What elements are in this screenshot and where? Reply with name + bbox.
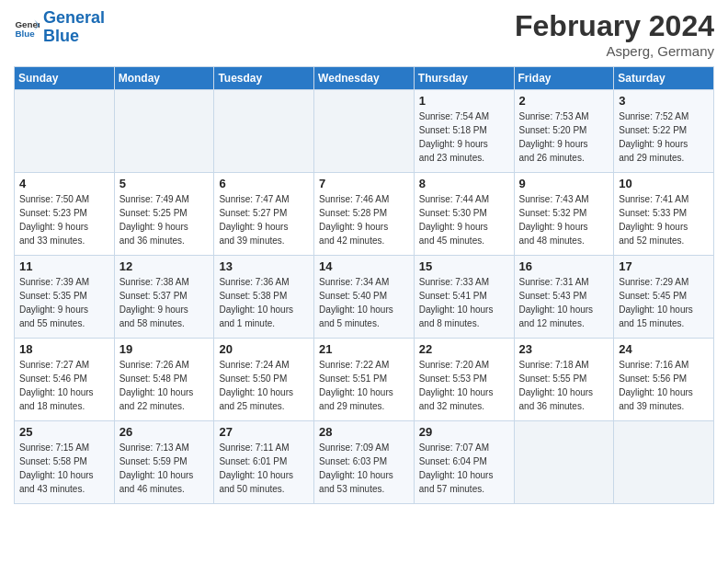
calendar-cell: 23Sunrise: 7:18 AM Sunset: 5:55 PM Dayli… (514, 339, 614, 421)
day-info: Sunrise: 7:24 AM Sunset: 5:50 PM Dayligh… (219, 358, 309, 413)
day-info: Sunrise: 7:09 AM Sunset: 6:03 PM Dayligh… (319, 441, 409, 496)
day-number: 12 (119, 259, 210, 273)
calendar-cell: 19Sunrise: 7:26 AM Sunset: 5:48 PM Dayli… (114, 339, 214, 421)
day-info: Sunrise: 7:29 AM Sunset: 5:45 PM Dayligh… (619, 275, 709, 330)
page-header: General Blue General Blue February 2024 … (14, 9, 714, 59)
day-info: Sunrise: 7:44 AM Sunset: 5:30 PM Dayligh… (419, 192, 509, 247)
day-info: Sunrise: 7:54 AM Sunset: 5:18 PM Dayligh… (419, 109, 509, 165)
day-info: Sunrise: 7:31 AM Sunset: 5:43 PM Dayligh… (519, 275, 609, 330)
day-number: 21 (319, 342, 409, 356)
day-number: 9 (519, 177, 609, 190)
calendar-cell: 14Sunrise: 7:34 AM Sunset: 5:40 PM Dayli… (314, 256, 415, 339)
day-info: Sunrise: 7:34 AM Sunset: 5:40 PM Dayligh… (319, 275, 409, 330)
day-number: 15 (419, 259, 509, 273)
day-info: Sunrise: 7:26 AM Sunset: 5:48 PM Dayligh… (119, 358, 210, 413)
calendar-cell: 27Sunrise: 7:11 AM Sunset: 6:01 PM Dayli… (214, 421, 314, 504)
calendar-cell: 2Sunrise: 7:53 AM Sunset: 5:20 PM Daylig… (514, 90, 614, 173)
day-info: Sunrise: 7:15 AM Sunset: 5:58 PM Dayligh… (19, 441, 109, 496)
day-info: Sunrise: 7:52 AM Sunset: 5:22 PM Dayligh… (619, 109, 709, 165)
day-number: 19 (119, 342, 210, 356)
day-number: 7 (319, 177, 409, 190)
calendar-cell: 10Sunrise: 7:41 AM Sunset: 5:33 PM Dayli… (614, 173, 714, 256)
calendar-cell: 20Sunrise: 7:24 AM Sunset: 5:50 PM Dayli… (214, 339, 314, 421)
calendar-cell: 17Sunrise: 7:29 AM Sunset: 5:45 PM Dayli… (614, 256, 714, 339)
calendar-cell (314, 90, 415, 173)
col-header-tuesday: Tuesday (214, 67, 314, 90)
day-number: 11 (19, 259, 109, 273)
calendar-cell: 22Sunrise: 7:20 AM Sunset: 5:53 PM Dayli… (414, 339, 514, 421)
day-number: 5 (119, 177, 210, 190)
calendar-cell: 13Sunrise: 7:36 AM Sunset: 5:38 PM Dayli… (214, 256, 314, 339)
col-header-saturday: Saturday (614, 67, 714, 90)
month-year-title: February 2024 (515, 9, 714, 43)
day-info: Sunrise: 7:38 AM Sunset: 5:37 PM Dayligh… (119, 275, 210, 330)
calendar-week-row: 4Sunrise: 7:50 AM Sunset: 5:23 PM Daylig… (15, 173, 714, 256)
day-number: 25 (19, 425, 109, 439)
day-info: Sunrise: 7:41 AM Sunset: 5:33 PM Dayligh… (619, 192, 709, 247)
day-number: 8 (419, 177, 509, 190)
day-info: Sunrise: 7:36 AM Sunset: 5:38 PM Dayligh… (219, 275, 309, 330)
day-info: Sunrise: 7:22 AM Sunset: 5:51 PM Dayligh… (319, 358, 409, 413)
day-info: Sunrise: 7:49 AM Sunset: 5:25 PM Dayligh… (119, 192, 210, 247)
day-number: 20 (219, 342, 309, 356)
calendar-cell: 28Sunrise: 7:09 AM Sunset: 6:03 PM Dayli… (314, 421, 415, 504)
calendar-cell: 7Sunrise: 7:46 AM Sunset: 5:28 PM Daylig… (314, 173, 415, 256)
day-number: 18 (19, 342, 109, 356)
day-number: 27 (219, 425, 309, 439)
calendar-cell: 6Sunrise: 7:47 AM Sunset: 5:27 PM Daylig… (214, 173, 314, 256)
day-info: Sunrise: 7:07 AM Sunset: 6:04 PM Dayligh… (419, 441, 509, 496)
calendar-cell (114, 90, 214, 173)
calendar-cell: 4Sunrise: 7:50 AM Sunset: 5:23 PM Daylig… (15, 173, 115, 256)
day-number: 24 (619, 342, 709, 356)
calendar-body: 1Sunrise: 7:54 AM Sunset: 5:18 PM Daylig… (15, 90, 714, 504)
calendar-cell: 5Sunrise: 7:49 AM Sunset: 5:25 PM Daylig… (114, 173, 214, 256)
logo-general: General (43, 9, 105, 28)
day-number: 28 (319, 425, 409, 439)
col-header-monday: Monday (114, 67, 214, 90)
day-info: Sunrise: 7:11 AM Sunset: 6:01 PM Dayligh… (219, 441, 309, 496)
day-number: 16 (519, 259, 609, 273)
title-block: February 2024 Asperg, Germany (515, 9, 714, 59)
col-header-wednesday: Wednesday (314, 67, 415, 90)
day-info: Sunrise: 7:16 AM Sunset: 5:56 PM Dayligh… (619, 358, 709, 413)
svg-text:Blue: Blue (15, 29, 35, 39)
day-info: Sunrise: 7:47 AM Sunset: 5:27 PM Dayligh… (219, 192, 309, 247)
calendar-cell: 26Sunrise: 7:13 AM Sunset: 5:59 PM Dayli… (114, 421, 214, 504)
calendar-week-row: 18Sunrise: 7:27 AM Sunset: 5:46 PM Dayli… (15, 339, 714, 421)
col-header-sunday: Sunday (15, 67, 115, 90)
calendar-cell: 29Sunrise: 7:07 AM Sunset: 6:04 PM Dayli… (414, 421, 514, 504)
calendar-cell: 15Sunrise: 7:33 AM Sunset: 5:41 PM Dayli… (414, 256, 514, 339)
day-number: 17 (619, 259, 709, 273)
calendar-cell (514, 421, 614, 504)
location-label: Asperg, Germany (515, 43, 714, 59)
calendar-week-row: 25Sunrise: 7:15 AM Sunset: 5:58 PM Dayli… (15, 421, 714, 504)
day-number: 29 (419, 425, 509, 439)
calendar-week-row: 1Sunrise: 7:54 AM Sunset: 5:18 PM Daylig… (15, 90, 714, 173)
day-info: Sunrise: 7:27 AM Sunset: 5:46 PM Dayligh… (19, 358, 109, 413)
logo-icon: General Blue (14, 15, 40, 40)
calendar-header-row: SundayMondayTuesdayWednesdayThursdayFrid… (15, 67, 714, 90)
day-info: Sunrise: 7:43 AM Sunset: 5:32 PM Dayligh… (519, 192, 609, 247)
day-number: 2 (519, 94, 609, 108)
calendar-cell: 11Sunrise: 7:39 AM Sunset: 5:35 PM Dayli… (15, 256, 115, 339)
day-number: 13 (219, 259, 309, 273)
calendar-cell (614, 421, 714, 504)
calendar-cell: 18Sunrise: 7:27 AM Sunset: 5:46 PM Dayli… (15, 339, 115, 421)
col-header-thursday: Thursday (414, 67, 514, 90)
logo: General Blue General Blue (14, 9, 105, 46)
day-number: 3 (619, 94, 709, 108)
day-info: Sunrise: 7:50 AM Sunset: 5:23 PM Dayligh… (19, 192, 109, 247)
calendar-table: SundayMondayTuesdayWednesdayThursdayFrid… (14, 66, 714, 504)
day-number: 26 (119, 425, 210, 439)
day-info: Sunrise: 7:13 AM Sunset: 5:59 PM Dayligh… (119, 441, 210, 496)
day-number: 10 (619, 177, 709, 190)
calendar-cell (214, 90, 314, 173)
day-info: Sunrise: 7:46 AM Sunset: 5:28 PM Dayligh… (319, 192, 409, 247)
col-header-friday: Friday (514, 67, 614, 90)
calendar-cell: 8Sunrise: 7:44 AM Sunset: 5:30 PM Daylig… (414, 173, 514, 256)
day-number: 1 (419, 94, 509, 108)
calendar-cell: 24Sunrise: 7:16 AM Sunset: 5:56 PM Dayli… (614, 339, 714, 421)
calendar-cell: 25Sunrise: 7:15 AM Sunset: 5:58 PM Dayli… (15, 421, 115, 504)
day-info: Sunrise: 7:39 AM Sunset: 5:35 PM Dayligh… (19, 275, 109, 330)
calendar-cell (15, 90, 115, 173)
